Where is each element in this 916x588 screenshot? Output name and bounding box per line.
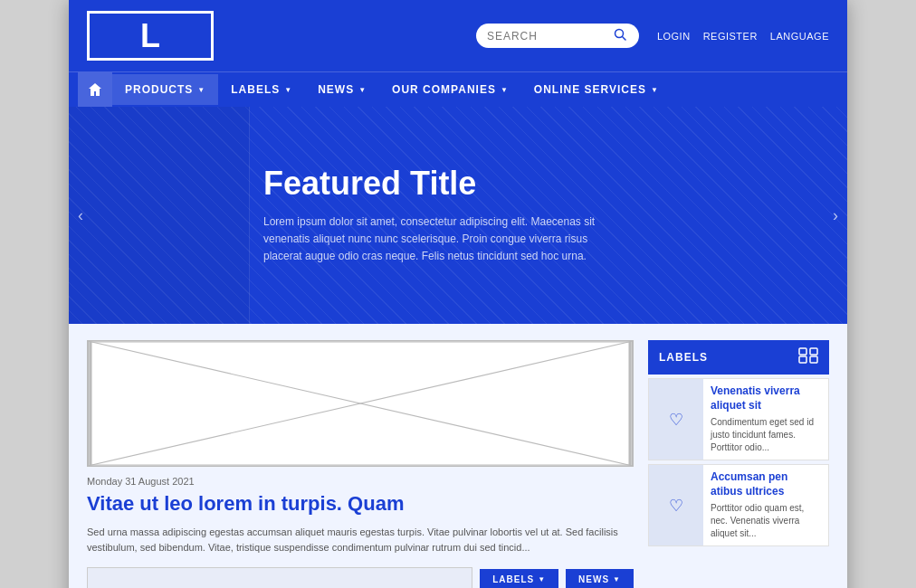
nav-home-button[interactable] xyxy=(78,72,112,107)
hero-title: Featured Title xyxy=(263,165,607,203)
search-bar xyxy=(476,24,639,48)
article-title: Vitae ut leo lorem in turpis. Quam xyxy=(87,491,634,517)
header-right: LOGIN REGISTER LANGUAGE xyxy=(476,24,829,48)
nav-item-our-companies[interactable]: OUR COMPANIES ▼ xyxy=(379,74,521,105)
article-image xyxy=(87,340,634,467)
sidebar-item-text-1: Condimentum eget sed id justo tincidunt … xyxy=(711,416,821,454)
nav-item-news[interactable]: NEWS ▼ xyxy=(305,74,379,105)
hero-content: Featured Title Lorem ipsum dolor sit ame… xyxy=(263,165,607,266)
labels-button[interactable]: LABELS ▼ xyxy=(480,569,558,588)
sidebar-icon xyxy=(798,347,818,367)
article-card: Monday 31 August 2021 Vitae ut leo lorem… xyxy=(87,340,634,588)
article-footer: LABELS ▼ NEWS ▼ xyxy=(87,567,634,588)
nav-item-products[interactable]: PRODUCTS ▼ xyxy=(112,74,218,105)
chevron-down-icon: ▼ xyxy=(284,86,292,94)
sidebar-item-content-1: Venenatis viverra aliquet sit Condimentu… xyxy=(703,379,828,460)
hero-section: Featured Title Lorem ipsum dolor sit ame… xyxy=(69,107,847,324)
sidebar-item-text-2: Porttitor odio quam est, nec. Venenatis … xyxy=(711,502,821,540)
hero-left-panel xyxy=(69,107,250,324)
main-nav: PRODUCTS ▼ LABELS ▼ NEWS ▼ OUR COMPANIES… xyxy=(69,71,847,107)
sidebar-header-label: LABELS xyxy=(659,351,708,364)
login-link[interactable]: LOGIN xyxy=(657,31,691,42)
chevron-down-icon: ▼ xyxy=(501,86,509,94)
sidebar-item-image-1: ♡ xyxy=(649,379,703,460)
sidebar-item-title-2: Accumsan pen atibus ultrices xyxy=(711,470,821,498)
nav-item-labels[interactable]: LABELS ▼ xyxy=(218,74,305,105)
header-links: LOGIN REGISTER LANGUAGE xyxy=(657,31,829,42)
chevron-down-icon: ▼ xyxy=(197,86,205,94)
hero-next-button[interactable]: › xyxy=(833,206,838,225)
content-area: Monday 31 August 2021 Vitae ut leo lorem… xyxy=(69,324,847,588)
svg-rect-9 xyxy=(810,356,817,363)
sidebar-item-image-2: ♡ xyxy=(649,465,703,545)
sidebar-item-2[interactable]: ♡ Accumsan pen atibus ultrices Porttitor… xyxy=(648,464,829,546)
article-date: Monday 31 August 2021 xyxy=(87,476,634,487)
sidebar-item-1[interactable]: ♡ Venenatis viverra aliquet sit Condimen… xyxy=(648,378,829,460)
article-body: Sed urna massa adipiscing egestas accums… xyxy=(87,525,634,556)
heart-icon: ♡ xyxy=(669,496,683,516)
hero-text: Lorem ipsum dolor sit amet, consectetur … xyxy=(263,213,607,266)
svg-rect-6 xyxy=(799,348,806,355)
language-link[interactable]: LANGUAGE xyxy=(770,31,829,42)
search-input[interactable] xyxy=(487,30,614,43)
nav-item-online-services[interactable]: ONLINE SERVICES ▼ xyxy=(521,74,672,105)
sidebar-item-title-1: Venenatis viverra aliquet sit xyxy=(711,384,821,413)
chevron-down-icon: ▼ xyxy=(651,86,659,94)
logo: L xyxy=(140,17,160,55)
site-header: L LOGIN REGISTER LANGUAGE xyxy=(69,0,847,71)
register-link[interactable]: REGISTER xyxy=(703,31,758,42)
chevron-down-icon: ▼ xyxy=(538,575,546,583)
svg-rect-8 xyxy=(799,356,806,363)
search-icon[interactable] xyxy=(614,28,626,43)
chevron-down-icon: ▼ xyxy=(613,575,621,583)
sidebar-header: LABELS xyxy=(648,340,829,375)
svg-rect-7 xyxy=(810,348,817,355)
news-button[interactable]: NEWS ▼ xyxy=(566,569,634,588)
article-footer-placeholder xyxy=(87,567,472,588)
heart-icon: ♡ xyxy=(669,410,683,430)
browser-window: L LOGIN REGISTER LANGUAGE xyxy=(69,0,847,588)
sidebar-item-content-2: Accumsan pen atibus ultrices Porttitor o… xyxy=(703,465,828,545)
hero-prev-button[interactable]: ‹ xyxy=(78,206,83,225)
svg-line-1 xyxy=(622,37,625,41)
logo-box: L xyxy=(87,11,214,61)
sidebar: LABELS ♡ Venenatis viverra aliquet sit xyxy=(648,340,829,588)
chevron-down-icon: ▼ xyxy=(358,86,367,94)
